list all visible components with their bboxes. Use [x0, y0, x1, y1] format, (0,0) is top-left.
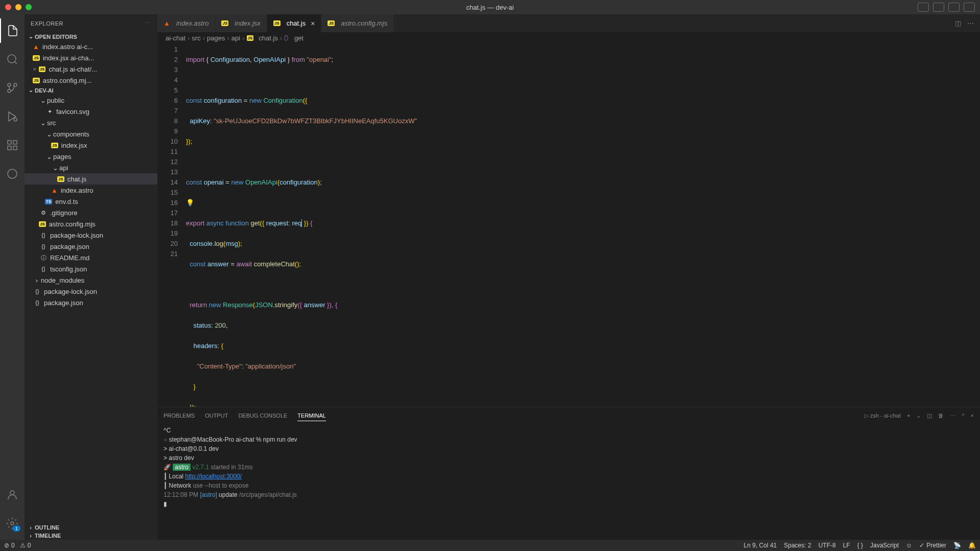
status-feedback-icon[interactable]: 📡 — [953, 542, 961, 549]
status-cursor[interactable]: Ln 9, Col 41 — [744, 542, 777, 549]
terminal-dropdown-icon[interactable]: ⌄ — [916, 412, 921, 419]
terminal-output[interactable]: ^C ○ stephan@MacBook-Pro ai-chat % npm r… — [157, 424, 980, 540]
svg-point-2 — [8, 89, 11, 93]
close-editor-icon[interactable]: × — [33, 65, 37, 73]
editor-area: ▲index.astro JSindex.jsx JSchat.js× JSas… — [157, 14, 980, 540]
file-package-lock[interactable]: {}package-lock.json — [25, 229, 157, 241]
status-errors[interactable]: ⊘ 0 — [4, 542, 15, 549]
customize-layout-icon[interactable] — [964, 3, 975, 12]
tab-astro-config[interactable]: JSastro.config.mjs — [321, 14, 394, 32]
toggle-sidebar-icon[interactable] — [933, 3, 944, 12]
folder-pages[interactable]: ⌄pages — [25, 151, 157, 162]
titlebar: chat.js — dev-ai — [0, 0, 980, 14]
sidebar-header: EXPLORER ⋯ — [25, 14, 157, 32]
maximize-window[interactable] — [26, 4, 32, 10]
accounts-icon[interactable] — [0, 483, 25, 507]
status-encoding[interactable]: UTF-8 — [819, 542, 836, 549]
traffic-lights — [5, 4, 32, 10]
more-terminal-icon[interactable]: ⋯ — [950, 412, 955, 419]
more-actions-icon[interactable]: ⋯ — [967, 19, 974, 27]
extensions-icon[interactable] — [0, 133, 25, 157]
status-prettier[interactable]: ✓ Prettier — [919, 542, 946, 549]
sidebar-more-icon[interactable]: ⋯ — [145, 20, 151, 27]
folder-public[interactable]: ⌄public — [25, 95, 157, 106]
status-brackets[interactable]: { } — [857, 542, 863, 549]
file-gitignore[interactable]: ⚙.gitignore — [25, 207, 157, 218]
file-astro-config[interactable]: JSastro.config.mjs — [25, 218, 157, 229]
file-index-jsx[interactable]: JSindex.jsx — [25, 140, 157, 151]
close-tab-icon[interactable]: × — [311, 19, 315, 28]
open-editor-item[interactable]: ▲index.astro ai-c... — [25, 41, 157, 52]
timeline-section[interactable]: ›TIMELINE — [25, 532, 157, 540]
code-content[interactable]: import { Configuration, OpenAIApi } from… — [186, 43, 980, 407]
file-package-json[interactable]: {}package.json — [25, 241, 157, 252]
breadcrumbs[interactable]: ai-chat› src› pages› api› JSchat.js› ⬯ g… — [157, 32, 980, 43]
edge-tools-icon[interactable] — [0, 162, 25, 186]
status-eol[interactable]: LF — [843, 542, 850, 549]
tab-index-jsx[interactable]: JSindex.jsx — [215, 14, 267, 32]
editor-tabs: ▲index.astro JSindex.jsx JSchat.js× JSas… — [157, 14, 980, 32]
editor-actions: ◫ ⋯ — [955, 14, 980, 32]
svg-point-11 — [11, 522, 14, 525]
folder-api[interactable]: ⌄api — [25, 162, 157, 173]
tab-index-astro[interactable]: ▲index.astro — [157, 14, 215, 32]
window-title: chat.js — dev-ai — [466, 4, 514, 11]
split-editor-icon[interactable]: ◫ — [955, 19, 961, 27]
file-env-dts[interactable]: TSenv.d.ts — [25, 196, 157, 207]
outline-section[interactable]: ›OUTLINE — [25, 523, 157, 532]
run-debug-icon[interactable] — [0, 104, 25, 129]
titlebar-layout-controls — [918, 3, 975, 12]
tab-output[interactable]: OUTPUT — [205, 410, 228, 421]
panel-tabs: PROBLEMS OUTPUT DEBUG CONSOLE TERMINAL ▷… — [157, 407, 980, 424]
search-icon[interactable] — [0, 47, 25, 72]
status-warnings[interactable]: ⚠ 0 — [20, 542, 31, 549]
file-package-json-root[interactable]: {}package.json — [25, 297, 157, 308]
status-bell-icon[interactable]: 🔔 — [968, 542, 976, 549]
bottom-panel: PROBLEMS OUTPUT DEBUG CONSOLE TERMINAL ▷… — [157, 407, 980, 540]
source-control-icon[interactable] — [0, 76, 25, 100]
status-copilot-icon[interactable]: ☺ — [906, 542, 912, 549]
open-editor-item[interactable]: ×JSchat.js ai-chat/... — [25, 63, 157, 75]
file-package-lock-root[interactable]: {}package-lock.json — [25, 286, 157, 297]
file-tsconfig[interactable]: {}tsconfig.json — [25, 263, 157, 274]
new-terminal-icon[interactable]: + — [907, 412, 910, 419]
svg-point-9 — [8, 169, 17, 178]
sidebar-title: EXPLORER — [31, 20, 63, 27]
activity-bar: 1 — [0, 14, 25, 540]
open-editor-item[interactable]: JSastro.config.mj... — [25, 75, 157, 86]
tab-terminal[interactable]: TERMINAL — [297, 410, 326, 421]
status-language[interactable]: JavaScript — [870, 542, 899, 549]
file-favicon[interactable]: ✦favicon.svg — [25, 106, 157, 117]
svg-point-10 — [10, 491, 14, 495]
svg-rect-7 — [8, 146, 11, 150]
tab-chat-js[interactable]: JSchat.js× — [267, 14, 322, 32]
file-readme[interactable]: ⓘREADME.md — [25, 252, 157, 263]
project-section[interactable]: ⌄DEV-AI — [25, 86, 157, 95]
file-index-astro[interactable]: ▲index.astro — [25, 185, 157, 196]
folder-components[interactable]: ⌄components — [25, 128, 157, 140]
svg-point-3 — [8, 83, 11, 86]
terminal-shell-label[interactable]: ▷ zsh - ai-chat — [865, 412, 901, 419]
settings-icon[interactable]: 1 — [0, 511, 25, 536]
code-editor[interactable]: 123456789101112131415161718192021 import… — [157, 43, 980, 407]
explorer-icon[interactable] — [0, 18, 25, 43]
split-terminal-icon[interactable]: ◫ — [927, 412, 932, 419]
svg-rect-8 — [13, 146, 17, 150]
line-numbers: 123456789101112131415161718192021 — [157, 43, 186, 407]
open-editors-section[interactable]: ⌄OPEN EDITORS — [25, 32, 157, 41]
minimize-window[interactable] — [15, 4, 21, 10]
file-chat-js[interactable]: JSchat.js — [25, 173, 157, 185]
tab-debug-console[interactable]: DEBUG CONSOLE — [238, 410, 287, 421]
folder-src[interactable]: ⌄src — [25, 117, 157, 128]
kill-terminal-icon[interactable]: 🗑 — [938, 412, 944, 419]
toggle-secondary-icon[interactable] — [948, 3, 960, 12]
svg-rect-6 — [13, 141, 17, 144]
close-panel-icon[interactable]: × — [971, 412, 974, 419]
folder-node-modules[interactable]: ›node_modules — [25, 274, 157, 286]
maximize-panel-icon[interactable]: ^ — [962, 412, 964, 419]
toggle-panel-icon[interactable] — [918, 3, 929, 12]
open-editor-item[interactable]: JSindex.jsx ai-cha... — [25, 52, 157, 63]
status-spaces[interactable]: Spaces: 2 — [784, 542, 811, 549]
tab-problems[interactable]: PROBLEMS — [164, 410, 195, 421]
close-window[interactable] — [5, 4, 11, 10]
